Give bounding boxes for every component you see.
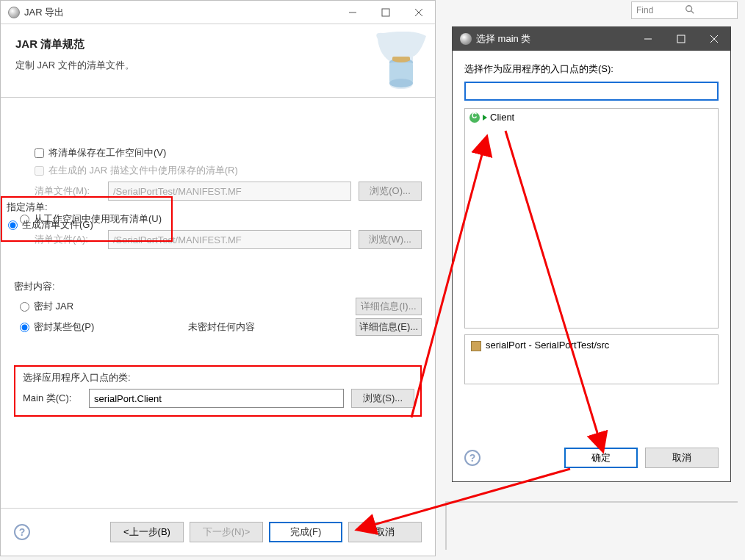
svg-rect-13	[677, 35, 685, 43]
help-icon[interactable]: ?	[464, 450, 481, 466]
close-button[interactable]	[402, 1, 435, 24]
svg-point-9	[389, 79, 413, 87]
details-seal-jar-button: 详细信息(I)...	[356, 298, 422, 315]
browse-manifest1-button: 浏览(O)...	[359, 182, 422, 201]
minimize-button[interactable]	[336, 1, 369, 24]
class-item-client[interactable]: Client	[465, 109, 718, 126]
cancel-button[interactable]: 取消	[348, 522, 422, 542]
radio-generate-manifest-label: 生成清单文件(G)	[22, 218, 93, 231]
main-titlebar[interactable]: JAR 导出	[1, 1, 435, 24]
select-dialog-titlebar[interactable]: 选择 main 类	[453, 27, 730, 51]
sd-maximize-button[interactable]	[664, 28, 697, 50]
highlight-entry-point: 选择应用程序入口点的类: Main 类(C): 浏览(S)...	[14, 365, 422, 417]
seal-content-label: 密封内容:	[14, 280, 422, 293]
svg-rect-3	[382, 9, 389, 16]
package-info-text: serialPort - SerialPortTest/src	[486, 340, 609, 351]
finish-button[interactable]: 完成(F)	[269, 522, 342, 542]
sd-close-button[interactable]	[697, 28, 730, 50]
next-button: 下一步(N)>	[190, 522, 263, 542]
select-main-class-dialog: 选择 main 类 选择作为应用程序的入口点的类(S): Client se	[452, 26, 731, 482]
sd-cancel-button[interactable]: 取消	[645, 448, 719, 468]
package-icon	[471, 341, 481, 351]
radio-seal-jar-label: 密封 JAR	[34, 300, 73, 313]
page-title: JAR 清单规范	[15, 37, 420, 51]
label-specify-manifest: 指定清单:	[7, 201, 167, 214]
main-class-label: Main 类(C):	[23, 392, 89, 405]
find-bar[interactable]: Find	[631, 1, 738, 19]
sd-ok-button[interactable]: 确定	[564, 448, 638, 468]
radio-generate-manifest[interactable]	[8, 220, 18, 230]
select-dialog-title: 选择 main 类	[476, 32, 530, 46]
class-icon	[469, 112, 480, 123]
footer-bar: ? <上一步(B) 下一步(N)> 完成(F) 取消	[1, 508, 435, 556]
back-button[interactable]: <上一步(B)	[110, 522, 184, 542]
radio-seal-packages[interactable]	[20, 323, 29, 332]
radio-seal-jar[interactable]	[20, 302, 29, 312]
jar-image-icon	[369, 32, 428, 90]
svg-rect-11	[392, 57, 410, 61]
maximize-button[interactable]	[369, 1, 402, 24]
check-save-workspace-label: 将清单保存在工作空间中(V)	[48, 146, 166, 159]
radio-seal-packages-label: 密封某些包(P)	[34, 320, 94, 334]
select-dialog-footer: ? 确定 取消	[453, 437, 730, 481]
highlight-generate-manifest: 指定清单: 生成清单文件(G)	[1, 196, 173, 242]
svg-point-0	[685, 5, 691, 11]
page-subtitle: 定制 JAR 文件的清单文件。	[15, 59, 420, 72]
unsealed-text: 未密封任何内容	[188, 320, 255, 334]
package-info-box: serialPort - SerialPortTest/src	[464, 334, 719, 384]
seal-section: 密封内容: 密封 JAR 详细信息(I)... 密封某些包(P) 未密封任何内容…	[1, 271, 435, 339]
main-class-input[interactable]	[89, 389, 344, 408]
class-item-label: Client	[490, 112, 514, 123]
browse-main-class-button[interactable]: 浏览(S)...	[351, 389, 414, 408]
background-panel	[445, 501, 738, 550]
sd-minimize-button[interactable]	[631, 28, 664, 50]
entry-point-label: 选择应用程序入口点的类:	[23, 371, 414, 384]
class-list[interactable]: Client	[464, 108, 719, 329]
browse-manifest2-button: 浏览(W)...	[359, 230, 422, 249]
check-reuse-saved	[35, 166, 44, 176]
manifest-section: 指定清单: 生成清单文件(G) 将清单保存在工作空间中(V) 在生成的 JAR …	[1, 98, 435, 254]
eclipse-icon	[8, 7, 20, 18]
eclipse-icon	[460, 33, 472, 45]
jar-export-dialog: JAR 导出 JAR 清单规范 定制 JAR 文件的清单文件。	[0, 0, 436, 556]
main-title: JAR 导出	[24, 6, 64, 19]
entry-point-section: 选择应用程序入口点的类: Main 类(C): 浏览(S)...	[1, 356, 435, 417]
find-placeholder: Find	[636, 5, 685, 15]
select-prompt: 选择作为应用程序的入口点的类(S):	[464, 62, 719, 76]
check-reuse-saved-label: 在生成的 JAR 描述文件中使用保存的清单(R)	[48, 164, 238, 177]
search-icon	[685, 4, 733, 17]
help-icon[interactable]: ?	[14, 524, 30, 540]
header-band: JAR 清单规范 定制 JAR 文件的清单文件。	[1, 24, 435, 98]
svg-line-1	[691, 10, 694, 13]
select-search-input[interactable]	[464, 82, 719, 101]
runnable-icon	[483, 115, 487, 121]
details-seal-packages-button[interactable]: 详细信息(E)...	[356, 318, 422, 336]
check-save-workspace[interactable]	[35, 148, 44, 158]
